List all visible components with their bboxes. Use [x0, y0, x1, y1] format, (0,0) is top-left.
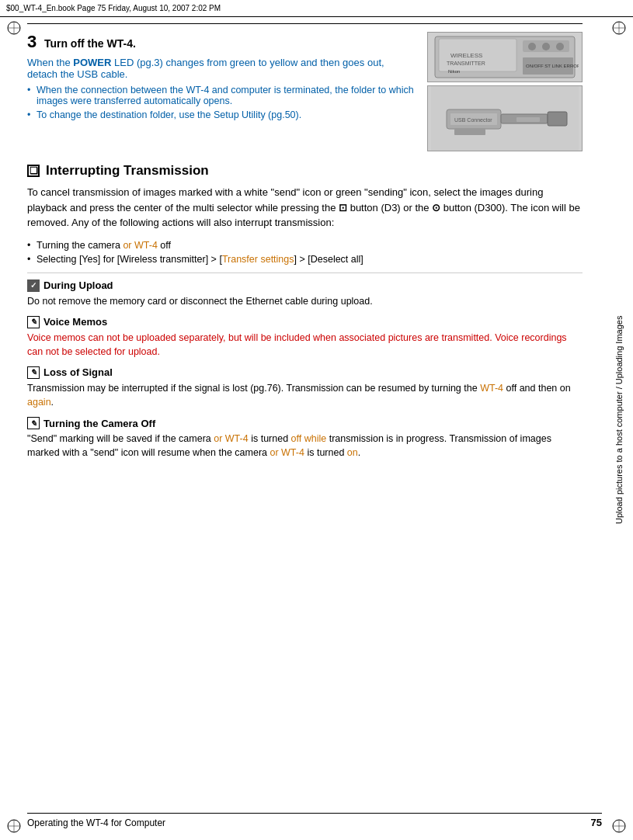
divider-1	[27, 272, 583, 273]
loss-signal-heading: ✎ Loss of Signal	[27, 366, 583, 379]
corner-mark-tl	[6, 20, 22, 36]
during-upload-body: Do not remove the memory card or disconn…	[27, 294, 583, 308]
corner-mark-bl	[6, 818, 22, 834]
svg-rect-30	[516, 117, 540, 122]
d3-button: ⊡	[339, 202, 347, 213]
voice-memos-heading-text: Voice Memos	[43, 316, 107, 328]
note-icon-camera: ✎	[27, 417, 40, 429]
step3-header: 3 Turn off the WT-4.	[27, 32, 416, 52]
device-image-bottom: USB Connector	[427, 85, 583, 151]
during-upload-heading: ✓ During Upload	[27, 279, 583, 292]
svg-point-15	[528, 43, 536, 50]
voice-memos-heading: ✎ Voice Memos	[27, 316, 583, 328]
interrupting-bullet-2: Selecting [Yes] for [Wireless transmitte…	[27, 254, 583, 265]
voice-memos-section: ✎ Voice Memos Voice memos can not be upl…	[27, 316, 583, 359]
wt4-highlight-1: or WT-4	[123, 240, 157, 251]
or-wt4-highlight-1: or WT-4	[214, 433, 248, 444]
loss-signal-body: Transmission may be interrupted if the s…	[27, 381, 583, 409]
step3-bullet-2: To change the destination folder, use th…	[27, 109, 416, 120]
voice-memos-body: Voice memos can not be uploaded separate…	[27, 331, 583, 359]
svg-text:WIRELESS: WIRELESS	[450, 52, 482, 59]
main-content: 3 Turn off the WT-4. When the POWER LED …	[27, 23, 602, 813]
power-label: POWER	[73, 57, 111, 68]
top-divider	[27, 23, 583, 24]
turning-camera-section: ✎ Turning the Camera Off "Send" marking …	[27, 417, 583, 460]
step3-bullets: When the connection between the WT-4 and…	[27, 85, 416, 120]
or-wt4-highlight-2: or WT-4	[270, 447, 304, 458]
transfer-settings-highlight: Transfer settings	[222, 254, 294, 265]
step3-bullet-1: When the connection between the WT-4 and…	[27, 85, 416, 106]
step3-number: 3	[27, 32, 37, 52]
svg-point-16	[542, 43, 550, 50]
turning-camera-body: "Send" marking will be saved if the came…	[27, 432, 583, 460]
step3-title: Turn off the WT-4.	[44, 37, 136, 50]
again-highlight: again	[27, 397, 51, 408]
during-upload-heading-text: During Upload	[43, 279, 113, 291]
step3-images: WIRELESS TRANSMITTER Nikon ON/OFF ST LIN…	[427, 32, 583, 151]
step3-left: 3 Turn off the WT-4. When the POWER LED …	[27, 32, 416, 151]
header-bar: $00_WT-4_En.book Page 75 Friday, August …	[0, 0, 633, 17]
step3-section: 3 Turn off the WT-4. When the POWER LED …	[27, 32, 583, 151]
loss-signal-heading-text: Loss of Signal	[43, 366, 113, 378]
svg-text:USB Connector: USB Connector	[454, 117, 492, 123]
off-while-highlight: off while	[291, 433, 327, 444]
svg-rect-26	[548, 112, 567, 126]
loss-signal-section: ✎ Loss of Signal Transmission may be int…	[27, 366, 583, 409]
svg-text:TRANSMITTER: TRANSMITTER	[447, 61, 485, 66]
checkbox-icon: ❑	[27, 165, 40, 177]
svg-text:ON/OFF  ST  LINK  ERROR: ON/OFF ST LINK ERROR	[526, 64, 579, 68]
header-text: $00_WT-4_En.book Page 75 Friday, August …	[6, 4, 221, 12]
during-upload-section: ✓ During Upload Do not remove the memory…	[27, 279, 583, 308]
on-highlight: on	[347, 447, 358, 458]
side-text: Upload pictures to a host computer / Upl…	[611, 39, 627, 801]
step3-body: When the POWER LED (pg.3) changes from g…	[27, 57, 416, 120]
wt4-highlight-signal: WT-4	[480, 383, 503, 394]
footer-left: Operating the WT-4 for Computer	[27, 817, 165, 828]
interrupting-section: ❑ Interrupting Transmission To cancel tr…	[27, 163, 583, 265]
interrupting-heading-text: Interrupting Transmission	[46, 163, 209, 179]
svg-point-17	[556, 43, 564, 50]
corner-mark-br	[611, 818, 627, 834]
turning-camera-heading-text: Turning the Camera Off	[43, 418, 155, 429]
interrupting-bullet-1: Turning the camera or WT-4 off	[27, 240, 583, 251]
step3-highlight: When the POWER LED (pg.3) changes from g…	[27, 57, 416, 80]
device-top-svg: WIRELESS TRANSMITTER Nikon ON/OFF ST LIN…	[431, 33, 579, 82]
d300-button: ⊙	[432, 202, 440, 213]
svg-text:Nikon: Nikon	[448, 69, 460, 74]
svg-rect-29	[454, 129, 485, 135]
interrupting-heading: ❑ Interrupting Transmission	[27, 163, 583, 179]
interrupting-bullets: Turning the camera or WT-4 off Selecting…	[27, 240, 583, 265]
device-bottom-svg: USB Connector	[431, 86, 579, 151]
note-icon-signal: ✎	[27, 366, 40, 379]
corner-mark-tr	[611, 20, 627, 36]
footer-right: 75	[591, 817, 602, 828]
turning-camera-heading: ✎ Turning the Camera Off	[27, 417, 583, 429]
device-image-top: WIRELESS TRANSMITTER Nikon ON/OFF ST LIN…	[427, 32, 583, 82]
interrupting-body: To cancel transmission of images marked …	[27, 185, 583, 231]
footer: Operating the WT-4 for Computer 75	[27, 813, 602, 828]
check-icon-upload: ✓	[27, 279, 40, 292]
note-icon-voice: ✎	[27, 316, 40, 328]
